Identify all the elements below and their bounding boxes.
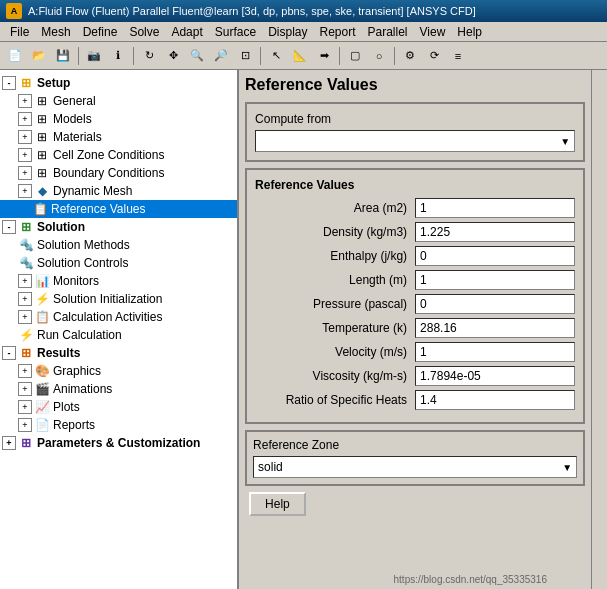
menu-bar: File Mesh Define Solve Adapt Surface Dis…: [0, 22, 607, 42]
field-input-length[interactable]: [415, 270, 575, 290]
tree-node-animations[interactable]: + 🎬 Animations: [0, 380, 237, 398]
tree-node-general[interactable]: + ⊞ General: [0, 92, 237, 110]
models-icon: ⊞: [34, 111, 50, 127]
tree-node-models[interactable]: + ⊞ Models: [0, 110, 237, 128]
expander-graphics[interactable]: +: [18, 364, 32, 378]
toolbar-pan[interactable]: ✥: [162, 45, 184, 67]
toolbar-camera[interactable]: 📷: [83, 45, 105, 67]
toolbar-measure[interactable]: 📐: [289, 45, 311, 67]
expander-plots[interactable]: +: [18, 400, 32, 414]
field-input-specific-heats[interactable]: [415, 390, 575, 410]
menu-mesh[interactable]: Mesh: [35, 23, 76, 41]
compute-from-dropdown[interactable]: ▼: [255, 130, 575, 152]
tree-node-calc-activities[interactable]: + 📋 Calculation Activities: [0, 308, 237, 326]
tree-node-boundary[interactable]: + ⊞ Boundary Conditions: [0, 164, 237, 182]
toolbar-new[interactable]: 📄: [4, 45, 26, 67]
expander-dynamic-mesh[interactable]: +: [18, 184, 32, 198]
menu-report[interactable]: Report: [313, 23, 361, 41]
menu-solve[interactable]: Solve: [123, 23, 165, 41]
expander-boundary[interactable]: +: [18, 166, 32, 180]
tree-node-params[interactable]: + ⊞ Parameters & Customization: [0, 434, 237, 452]
tree-label-materials: Materials: [53, 130, 102, 144]
run-calc-icon: ⚡: [18, 327, 34, 343]
boundary-icon: ⊞: [34, 165, 50, 181]
reference-values-section: Reference Values Area (m2) Density (kg/m…: [245, 168, 585, 424]
expander-general[interactable]: +: [18, 94, 32, 108]
setup-icon: ⊞: [18, 75, 34, 91]
expander-models[interactable]: +: [18, 112, 32, 126]
menu-help[interactable]: Help: [451, 23, 488, 41]
tree-node-solution-methods[interactable]: 🔩 Solution Methods: [0, 236, 237, 254]
toolbar-rotate[interactable]: ↻: [138, 45, 160, 67]
tree-node-cell-zone[interactable]: + ⊞ Cell Zone Conditions: [0, 146, 237, 164]
field-input-area[interactable]: [415, 198, 575, 218]
tree-label-calc-activities: Calculation Activities: [53, 310, 162, 324]
reference-zone-dropdown[interactable]: solid ▼: [253, 456, 577, 478]
button-area: Help: [245, 492, 585, 516]
toolbar-box[interactable]: ▢: [344, 45, 366, 67]
reference-zone-arrow: ▼: [562, 462, 572, 473]
toolbar-refresh[interactable]: ⟳: [423, 45, 445, 67]
tree-node-solution[interactable]: - ⊞ Solution: [0, 218, 237, 236]
field-input-temperature[interactable]: [415, 318, 575, 338]
expander-reports[interactable]: +: [18, 418, 32, 432]
toolbar-sphere[interactable]: ○: [368, 45, 390, 67]
toolbar-zoom-in[interactable]: 🔍: [186, 45, 208, 67]
graphics-icon: 🎨: [34, 363, 50, 379]
menu-surface[interactable]: Surface: [209, 23, 262, 41]
expander-animations[interactable]: +: [18, 382, 32, 396]
tree-label-reports: Reports: [53, 418, 95, 432]
tree-label-setup: Setup: [37, 76, 70, 90]
toolbar-sep-3: [260, 47, 261, 65]
field-input-viscosity[interactable]: [415, 366, 575, 386]
tree-node-reports[interactable]: + 📄 Reports: [0, 416, 237, 434]
tree-node-dynamic-mesh[interactable]: + ◆ Dynamic Mesh: [0, 182, 237, 200]
tree-node-run-calc[interactable]: ⚡ Run Calculation: [0, 326, 237, 344]
tree-node-solution-init[interactable]: + ⚡ Solution Initialization: [0, 290, 237, 308]
monitors-icon: 📊: [34, 273, 50, 289]
menu-view[interactable]: View: [414, 23, 452, 41]
toolbar-info[interactable]: ℹ: [107, 45, 129, 67]
tree-label-solution-methods: Solution Methods: [37, 238, 130, 252]
field-input-enthalpy[interactable]: [415, 246, 575, 266]
tree-label-run-calc: Run Calculation: [37, 328, 122, 342]
menu-file[interactable]: File: [4, 23, 35, 41]
expander-calc-activities[interactable]: +: [18, 310, 32, 324]
toolbar-zoom-out[interactable]: 🔎: [210, 45, 232, 67]
menu-display[interactable]: Display: [262, 23, 313, 41]
results-icon: ⊞: [18, 345, 34, 361]
expander-results[interactable]: -: [2, 346, 16, 360]
toolbar-more[interactable]: ≡: [447, 45, 469, 67]
menu-adapt[interactable]: Adapt: [165, 23, 208, 41]
tree-node-results[interactable]: - ⊞ Results: [0, 344, 237, 362]
tree-node-setup[interactable]: - ⊞ Setup: [0, 74, 237, 92]
tree-node-solution-controls[interactable]: 🔩 Solution Controls: [0, 254, 237, 272]
tree-node-materials[interactable]: + ⊞ Materials: [0, 128, 237, 146]
expander-cell-zone[interactable]: +: [18, 148, 32, 162]
expander-solution[interactable]: -: [2, 220, 16, 234]
toolbar-arrow[interactable]: ➡: [313, 45, 335, 67]
tree-node-graphics[interactable]: + 🎨 Graphics: [0, 362, 237, 380]
toolbar-open[interactable]: 📂: [28, 45, 50, 67]
main-area: - ⊞ Setup + ⊞ General + ⊞ Models + ⊞ Mat…: [0, 70, 607, 589]
field-input-velocity[interactable]: [415, 342, 575, 362]
toolbar-settings[interactable]: ⚙: [399, 45, 421, 67]
help-button[interactable]: Help: [249, 492, 306, 516]
expander-setup[interactable]: -: [2, 76, 16, 90]
expander-materials[interactable]: +: [18, 130, 32, 144]
field-input-pressure[interactable]: [415, 294, 575, 314]
expander-params[interactable]: +: [2, 436, 16, 450]
tree-node-monitors[interactable]: + 📊 Monitors: [0, 272, 237, 290]
expander-monitors[interactable]: +: [18, 274, 32, 288]
expander-solution-init[interactable]: +: [18, 292, 32, 306]
menu-define[interactable]: Define: [77, 23, 124, 41]
field-input-density[interactable]: [415, 222, 575, 242]
menu-parallel[interactable]: Parallel: [362, 23, 414, 41]
toolbar-save[interactable]: 💾: [52, 45, 74, 67]
field-label-temperature: Temperature (k): [255, 321, 415, 335]
tree-node-plots[interactable]: + 📈 Plots: [0, 398, 237, 416]
tree-node-reference-values[interactable]: 📋 Reference Values: [0, 200, 237, 218]
solution-methods-icon: 🔩: [18, 237, 34, 253]
toolbar-fit[interactable]: ⊡: [234, 45, 256, 67]
toolbar-select[interactable]: ↖: [265, 45, 287, 67]
